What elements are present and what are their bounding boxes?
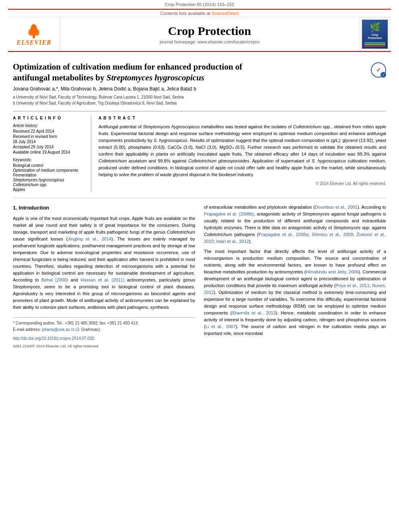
keyword-5: Colletotrichum spp. bbox=[13, 183, 86, 187]
ref-sharmila[interactable]: Sharmila et al., 2013 bbox=[232, 310, 276, 315]
keyword-6: Apples bbox=[13, 187, 86, 192]
ref-prapagdee2008b[interactable]: Prapagdee et al. (2008b) bbox=[204, 212, 254, 216]
article-title: Optimization of cultivation medium for e… bbox=[13, 62, 386, 84]
badge-lines bbox=[364, 42, 386, 47]
elsevier-logo-section: ELSEVIER bbox=[8, 17, 60, 51]
issn-line: 0261-2194/© 2014 Elsevier Ltd. All right… bbox=[13, 343, 195, 349]
crop-protection-badge: 🌿 CropProtection ⟨⟩ bbox=[362, 20, 388, 49]
main-content: ✓ + Optimization of cultivation medium f… bbox=[0, 52, 399, 353]
ref-behal[interactable]: Behal (2000) bbox=[41, 277, 68, 282]
ref-hassan[interactable]: Hassan et al. (2011) bbox=[80, 277, 124, 282]
doi-link[interactable]: http://dx.doi.org/10.1016/j.cropro.2014.… bbox=[13, 336, 94, 341]
abstract-text: Antifungal potential of Streptomyces hyg… bbox=[99, 123, 386, 178]
received-revised-label: Received in revised form bbox=[13, 134, 86, 139]
journal-homepage: journal homepage: www.elsevier.com/locat… bbox=[160, 39, 259, 44]
email-link[interactable]: johana@uns.ac.rs bbox=[42, 327, 74, 332]
email-label: E-mail address: bbox=[13, 327, 41, 332]
email-suffix: (J. Grahovac). bbox=[76, 327, 101, 332]
ref-li[interactable]: Li et al., 2007 bbox=[206, 324, 236, 329]
badge-icon: 🌿 bbox=[370, 22, 380, 33]
received-date: Received 22 April 2014 bbox=[13, 129, 86, 134]
info-abstract-section: A R T I C L E I N F O Article history: R… bbox=[13, 111, 386, 192]
ref-jingjing[interactable]: Jingjing et al., 2014 bbox=[68, 236, 111, 241]
badge-arrow: ⟨⟩ bbox=[373, 48, 376, 52]
sciencedirect-link[interactable]: ScienceDirect bbox=[212, 11, 239, 16]
keyword-4: Streptomyces hygroscopicus bbox=[13, 178, 86, 182]
history-label: Article history: bbox=[13, 123, 86, 128]
corresponding-author: * Corresponding author. Tel.: +381 21 48… bbox=[13, 320, 195, 327]
body-col-left: 1. Introduction Apple is one of the most… bbox=[13, 204, 195, 349]
keywords-label: Keywords: bbox=[13, 158, 86, 162]
journal-badge-section: 🌿 CropProtection ⟨⟩ bbox=[359, 17, 391, 51]
keyword-2: Optimization of medium components bbox=[13, 168, 86, 173]
elsevier-text: ELSEVIER bbox=[16, 39, 51, 46]
affiliation-b: b University of Novi Sad, Faculty of Agr… bbox=[13, 100, 386, 106]
body-section: 1. Introduction Apple is one of the most… bbox=[13, 204, 386, 349]
citation-text: Crop Protection 65 (2014) 143–152 bbox=[165, 2, 234, 7]
elsevier-logo: ELSEVIER bbox=[16, 22, 51, 46]
keyword-3: Fermentation bbox=[13, 173, 86, 177]
ref-shimizu[interactable]: Shimizu et al., 2009 bbox=[312, 232, 353, 237]
body-col1-p1: Apple is one of the most economically im… bbox=[13, 215, 195, 311]
body-col2-p2: The most important factor that directly … bbox=[204, 248, 386, 337]
article-info-col: A R T I C L E I N F O Article history: R… bbox=[13, 115, 91, 192]
badge-title: CropProtection bbox=[368, 33, 382, 40]
elsevier-tree-icon bbox=[26, 22, 41, 39]
ref-prapagdee2008a[interactable]: Prapagdee et al., 2008a bbox=[259, 232, 309, 237]
article-info-label: A R T I C L E I N F O bbox=[13, 115, 86, 120]
body-col-right: of extracellular metabolites and phytoto… bbox=[204, 204, 386, 349]
ref-himabindu[interactable]: Himabindu and Jetty, 2006 bbox=[306, 269, 358, 274]
accepted-date: Accepted 29 July 2014 bbox=[13, 145, 86, 149]
title-part1: Optimization of cultivation medium for e… bbox=[13, 62, 242, 72]
available-date: Available online 19 August 2014 bbox=[13, 150, 86, 154]
section1-heading: 1. Introduction bbox=[13, 204, 195, 212]
keyword-1: Biological control bbox=[13, 163, 86, 168]
abstract-label: A B S T R A C T bbox=[99, 115, 386, 120]
ref-doumbou[interactable]: Doumbou et al., 2001 bbox=[315, 205, 358, 210]
section-divider bbox=[13, 198, 386, 198]
journal-title: Crop Protection bbox=[168, 24, 251, 38]
affiliation-a: a University of Novi Sad, Faculty of Tec… bbox=[13, 94, 386, 100]
contents-text: Contents lists available at bbox=[160, 11, 210, 16]
title-italic: Streptomyces hygroscopicus bbox=[107, 73, 204, 82]
crossmark[interactable]: ✓ + bbox=[371, 62, 386, 78]
svg-point-4 bbox=[31, 24, 37, 31]
footnote-section: * Corresponding author. Tel.: +381 21 48… bbox=[13, 317, 195, 349]
article-title-block: ✓ + Optimization of cultivation medium f… bbox=[13, 62, 386, 84]
abstract-col: A B S T R A C T Antifungal potential of … bbox=[99, 115, 386, 192]
journal-title-section: Crop Protection journal homepage: www.el… bbox=[60, 17, 359, 51]
journal-header: Contents lists available at ScienceDirec… bbox=[8, 9, 391, 52]
title-part2: antifungal metabolites by bbox=[13, 73, 107, 82]
citation-bar: Crop Protection 65 (2014) 143–152 bbox=[0, 0, 399, 9]
ref-priya[interactable]: Priya et al., 2011 bbox=[335, 283, 369, 288]
ref-istari[interactable]: Istari et al., 2012 bbox=[216, 239, 249, 244]
body-col2-p1: of extracellular metabolites and phytoto… bbox=[204, 204, 386, 245]
email-line: E-mail address: johana@uns.ac.rs (J. Gra… bbox=[13, 327, 195, 333]
authors-line: Jovana Grahovac a,*, Mila Grahovac b, Je… bbox=[13, 86, 386, 92]
copyright-line: © 2014 Elsevier Ltd. All rights reserved… bbox=[99, 181, 386, 186]
revised-date: 28 July 2014 bbox=[13, 140, 86, 144]
